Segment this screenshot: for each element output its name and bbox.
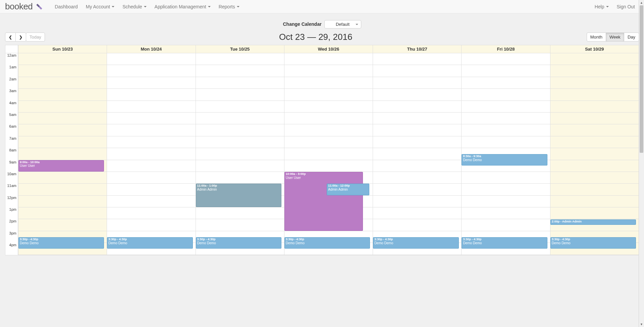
time-slot[interactable] [462, 53, 550, 65]
day-column[interactable]: 10:00a - 3:00pUser User11:00a - 12:00pAd… [284, 53, 373, 255]
time-slot[interactable] [550, 124, 639, 136]
time-slot[interactable] [373, 160, 461, 172]
time-slot[interactable] [196, 77, 284, 89]
time-slot[interactable] [107, 113, 195, 124]
time-slot[interactable] [107, 53, 195, 65]
time-slot[interactable] [18, 219, 107, 231]
time-slot[interactable] [284, 65, 373, 77]
time-slot[interactable] [196, 124, 284, 136]
scrollbar-thumb[interactable] [640, 5, 643, 153]
time-slot[interactable] [107, 101, 195, 113]
time-slot[interactable] [18, 172, 107, 184]
calendar-event[interactable]: 3:30p - 4:30pDemo Demo [284, 237, 370, 249]
time-slot[interactable] [462, 172, 550, 184]
day-column[interactable]: 2:00p - Admin Admin3:30p - 4:30pDemo Dem… [550, 53, 639, 255]
day-header[interactable]: Sat 10/29 [550, 45, 639, 53]
time-slot[interactable] [18, 53, 107, 65]
time-slot[interactable] [373, 207, 461, 219]
time-slot[interactable] [18, 89, 107, 101]
time-slot[interactable] [196, 207, 284, 219]
time-slot[interactable] [284, 77, 373, 89]
time-slot[interactable] [373, 77, 461, 89]
day-header[interactable]: Fri 10/28 [461, 45, 550, 53]
time-slot[interactable] [18, 77, 107, 89]
time-slot[interactable] [550, 89, 639, 101]
time-slot[interactable] [550, 207, 639, 219]
time-slot[interactable] [373, 89, 461, 101]
time-slot[interactable] [462, 65, 550, 77]
time-slot[interactable] [107, 89, 195, 101]
day-header[interactable]: Mon 10/24 [107, 45, 195, 53]
time-slot[interactable] [462, 77, 550, 89]
calendar-event[interactable]: 3:30p - 4:30pDemo Demo [373, 237, 459, 249]
time-slot[interactable] [284, 101, 373, 113]
time-slot[interactable] [550, 172, 639, 184]
prev-button[interactable]: ❮ [5, 32, 16, 42]
time-slot[interactable] [107, 172, 195, 184]
time-slot[interactable] [373, 219, 461, 231]
time-slot[interactable] [550, 113, 639, 124]
time-slot[interactable] [284, 124, 373, 136]
day-column[interactable]: 8:30a - 9:30aDemo Demo3:30p - 4:30pDemo … [461, 53, 550, 255]
time-slot[interactable] [284, 53, 373, 65]
nav-dashboard[interactable]: Dashboard [51, 1, 82, 13]
time-slot[interactable] [550, 184, 639, 195]
day-column[interactable]: 3:30p - 4:30pDemo Demo [373, 53, 461, 255]
day-column[interactable]: 11:00a - 1:00pAdmin Admin3:30p - 4:30pDe… [196, 53, 284, 255]
calendar-select[interactable]: Default [324, 20, 361, 28]
calendar-event[interactable]: 11:00a - 12:00pAdmin Admin [327, 184, 369, 195]
time-slot[interactable] [373, 53, 461, 65]
time-slot[interactable] [196, 160, 284, 172]
time-slot[interactable] [462, 101, 550, 113]
scroll-up-arrow-icon[interactable]: ▲ [639, 0, 644, 5]
time-slot[interactable] [196, 219, 284, 231]
time-slot[interactable] [373, 184, 461, 195]
time-slot[interactable] [373, 65, 461, 77]
time-slot[interactable] [462, 89, 550, 101]
time-slot[interactable] [107, 77, 195, 89]
time-slot[interactable] [196, 89, 284, 101]
calendar-event[interactable]: 3:30p - 4:30pDemo Demo [196, 237, 281, 249]
calendar-event[interactable]: 10:00a - 3:00pUser User [284, 172, 363, 231]
time-slot[interactable] [196, 136, 284, 148]
time-slot[interactable] [18, 184, 107, 195]
nav-help[interactable]: Help [591, 1, 613, 13]
time-slot[interactable] [373, 124, 461, 136]
time-slot[interactable] [196, 53, 284, 65]
time-slot[interactable] [550, 53, 639, 65]
time-slot[interactable] [196, 101, 284, 113]
calendar-event[interactable]: 8:30a - 9:30aDemo Demo [462, 154, 547, 166]
calendar-event[interactable]: 3:30p - 4:30pDemo Demo [550, 237, 636, 249]
time-slot[interactable] [462, 184, 550, 195]
time-slot[interactable] [373, 172, 461, 184]
time-slot[interactable] [18, 101, 107, 113]
time-slot[interactable] [550, 196, 639, 207]
time-slot[interactable] [18, 113, 107, 124]
time-slot[interactable] [550, 77, 639, 89]
nav-my-account[interactable]: My Account [82, 1, 118, 13]
time-slot[interactable] [107, 124, 195, 136]
time-slot[interactable] [550, 160, 639, 172]
today-button[interactable]: Today [26, 32, 45, 42]
vertical-scrollbar[interactable]: ▲ ▼ [639, 0, 644, 255]
day-column[interactable]: 9:00a - 10:00aUser User3:30p - 4:30pDemo… [18, 53, 107, 255]
time-slot[interactable] [18, 196, 107, 207]
time-slot[interactable] [107, 136, 195, 148]
time-slot[interactable] [107, 219, 195, 231]
time-slot[interactable] [462, 207, 550, 219]
nav-app-mgmt[interactable]: Application Management [151, 1, 215, 13]
view-week-button[interactable]: Week [606, 32, 624, 42]
time-slot[interactable] [373, 113, 461, 124]
time-slot[interactable] [462, 136, 550, 148]
time-slot[interactable] [284, 113, 373, 124]
calendar-event[interactable]: 3:30p - 4:30pDemo Demo [107, 237, 193, 249]
time-slot[interactable] [550, 148, 639, 160]
time-slot[interactable] [284, 89, 373, 101]
nav-sign-out[interactable]: Sign Out [613, 1, 639, 13]
time-slot[interactable] [107, 196, 195, 207]
time-slot[interactable] [196, 65, 284, 77]
time-slot[interactable] [373, 136, 461, 148]
calendar-event[interactable]: 3:30p - 4:30pDemo Demo [462, 237, 547, 249]
day-header[interactable]: Tue 10/25 [196, 45, 284, 53]
calendar-event[interactable]: 9:00a - 10:00aUser User [18, 160, 104, 172]
